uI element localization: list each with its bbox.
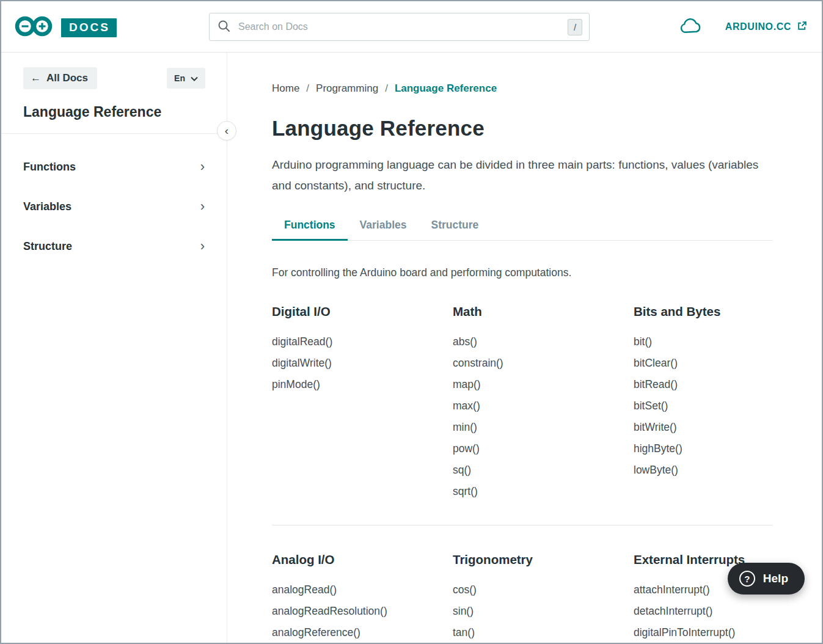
chevron-right-icon: › <box>200 240 205 253</box>
section-analog-io: Analog I/O analogRead() analogReadResolu… <box>272 552 453 644</box>
chevron-right-icon: › <box>200 200 205 213</box>
page: DOCS / ARDUINO.CC <box>0 0 823 644</box>
arduino-cc-link[interactable]: ARDUINO.CC <box>725 21 807 34</box>
external-link-icon <box>797 21 807 34</box>
section-title: Trigonometry <box>453 552 634 567</box>
function-link[interactable]: abs() <box>453 335 634 348</box>
tab-functions[interactable]: Functions <box>272 219 348 241</box>
arduino-cc-label: ARDUINO.CC <box>725 21 791 32</box>
function-link[interactable]: tan() <box>453 626 634 639</box>
docs-brand-badge: DOCS <box>61 18 117 37</box>
function-link[interactable]: detachInterrupt() <box>634 604 773 618</box>
section-intro: For controlling the Arduino board and pe… <box>272 266 773 279</box>
sidebar-head: ← All Docs En Language Reference <box>1 53 227 120</box>
sidebar-item-label: Functions <box>23 161 76 174</box>
section-bits-and-bytes: Bits and Bytes bit() bitClear() bitRead(… <box>634 304 773 506</box>
breadcrumb-home[interactable]: Home <box>272 82 299 95</box>
chevron-down-icon <box>191 73 198 83</box>
sidebar-nav: Functions › Variables › Structure › <box>1 134 227 258</box>
arduino-logo-icon <box>15 14 53 41</box>
section-title: Math <box>453 304 634 319</box>
all-docs-back-button[interactable]: ← All Docs <box>23 67 97 89</box>
function-link[interactable]: bitClear() <box>634 356 773 370</box>
search-bar[interactable]: / <box>209 13 590 41</box>
function-link[interactable]: map() <box>453 378 634 391</box>
breadcrumb-current[interactable]: Language Reference <box>395 82 497 95</box>
function-link[interactable]: analogReadResolution() <box>272 604 453 618</box>
function-link[interactable]: constrain() <box>453 356 634 370</box>
content-divider <box>272 525 773 525</box>
function-link[interactable]: analogRead() <box>272 583 453 596</box>
function-link[interactable]: sin() <box>453 604 634 618</box>
help-question-icon: ? <box>739 571 755 587</box>
main-content: Home / Programming / Language Reference … <box>227 53 822 644</box>
sidebar-collapse-button[interactable]: ‹ <box>217 121 236 141</box>
tab-variables[interactable]: Variables <box>348 219 419 241</box>
function-link[interactable]: sqrt() <box>453 485 634 498</box>
tab-structure[interactable]: Structure <box>419 219 491 241</box>
sidebar-item-functions[interactable]: Functions › <box>23 155 205 179</box>
function-link[interactable]: bit() <box>634 335 773 348</box>
slash-shortcut-key: / <box>568 19 582 35</box>
section-math: Math abs() constrain() map() max() min()… <box>453 304 634 506</box>
sidebar-item-label: Structure <box>23 240 72 253</box>
function-link[interactable]: bitSet() <box>634 399 773 412</box>
all-docs-label: All Docs <box>46 72 88 84</box>
search-input[interactable] <box>238 21 568 32</box>
function-link[interactable]: digitalRead() <box>272 335 453 348</box>
chevron-right-icon: › <box>200 160 205 174</box>
cloud-icon[interactable] <box>679 18 702 37</box>
section-title: Bits and Bytes <box>634 304 773 319</box>
function-link[interactable]: digitalPinToInterrupt() <box>634 626 773 639</box>
function-link[interactable]: bitRead() <box>634 378 773 391</box>
header-right: ARDUINO.CC <box>679 1 807 53</box>
function-link[interactable]: min() <box>453 420 634 434</box>
function-link[interactable]: digitalWrite() <box>272 356 453 370</box>
section-digital-io: Digital I/O digitalRead() digitalWrite()… <box>272 304 453 506</box>
search-icon <box>218 20 230 35</box>
language-selector[interactable]: En <box>167 68 205 89</box>
breadcrumb: Home / Programming / Language Reference <box>272 82 773 95</box>
function-grid-row-2: Analog I/O analogRead() analogReadResolu… <box>272 552 773 644</box>
language-value: En <box>174 73 185 83</box>
function-link[interactable]: pow() <box>453 442 634 455</box>
logo-area[interactable]: DOCS <box>15 14 117 41</box>
help-button[interactable]: ? Help <box>728 563 805 595</box>
function-link[interactable]: pinMode() <box>272 378 453 391</box>
function-link[interactable]: bitWrite() <box>634 420 773 434</box>
help-label: Help <box>763 572 788 585</box>
function-grid-row-1: Digital I/O digitalRead() digitalWrite()… <box>272 304 773 506</box>
sidebar-item-variables[interactable]: Variables › <box>23 194 205 219</box>
sidebar-item-label: Variables <box>23 200 71 213</box>
page-description: Arduino programming language can be divi… <box>272 155 768 196</box>
tab-bar: Functions Variables Structure <box>272 219 773 241</box>
function-link[interactable]: highByte() <box>634 442 773 455</box>
sidebar-title: Language Reference <box>23 104 205 120</box>
function-link[interactable]: lowByte() <box>634 463 773 477</box>
breadcrumb-separator: / <box>385 82 388 95</box>
body-layout: ← All Docs En Language Reference ‹ Fun <box>1 53 822 644</box>
function-link[interactable]: sq() <box>453 463 634 477</box>
back-arrow-icon: ← <box>31 72 41 84</box>
breadcrumb-separator: / <box>306 82 309 95</box>
section-title: Analog I/O <box>272 552 453 567</box>
sidebar-item-structure[interactable]: Structure › <box>23 234 205 258</box>
section-title: Digital I/O <box>272 304 453 319</box>
page-title: Language Reference <box>272 116 773 141</box>
section-trigonometry: Trigonometry cos() sin() tan() <box>453 552 634 644</box>
breadcrumb-programming[interactable]: Programming <box>316 82 378 95</box>
sidebar: ← All Docs En Language Reference ‹ Fun <box>1 53 227 644</box>
function-link[interactable]: analogReference() <box>272 626 453 639</box>
function-link[interactable]: cos() <box>453 583 634 596</box>
top-header: DOCS / ARDUINO.CC <box>1 1 822 53</box>
function-link[interactable]: max() <box>453 399 634 412</box>
